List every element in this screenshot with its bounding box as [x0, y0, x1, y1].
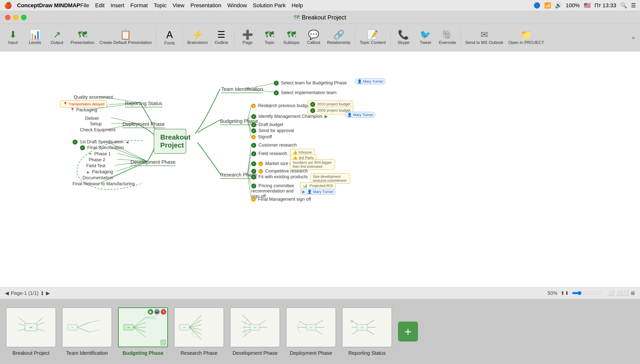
select-budgeting-node[interactable]: ✓ Select team for Budgeting Phase — [274, 80, 347, 86]
team-identification-node[interactable]: Team Identification — [221, 86, 263, 93]
person-icon-2: 👤 — [347, 112, 352, 117]
page-up-down[interactable]: ▲ ▼ — [41, 290, 44, 296]
final-mgmt-node[interactable]: ● Final Management sign off — [251, 197, 311, 202]
input-button[interactable]: ⬇ Input — [3, 26, 23, 49]
deliver-node[interactable]: Deliver — [85, 116, 99, 121]
locale-flag: 🇺🇸 — [584, 2, 590, 9]
menu-format[interactable]: Format — [130, 2, 148, 9]
thumb-development[interactable]: DP Development Phase — [230, 307, 280, 356]
zoom-up-down[interactable]: ⬆⬇ — [560, 290, 569, 296]
view-grid-icon[interactable]: ⊞ — [631, 290, 635, 296]
thumb-team-id[interactable]: TI Team Identification — [62, 307, 112, 356]
send-approval-node[interactable]: ✓ Send for approval — [251, 128, 294, 133]
mary-turner-callout-3[interactable]: ▶ 👤 Mary Turner — [300, 189, 335, 195]
menu-solution-park[interactable]: Solution Park — [253, 2, 286, 9]
page-nav[interactable]: ◀ Page-1 (1/1) ▲ ▼ ▶ — [5, 290, 50, 296]
levels-button[interactable]: 📊 Levels — [25, 26, 45, 49]
signoff-node[interactable]: ● Signoff — [251, 134, 272, 140]
packaging-node[interactable]: 📍 Packaging — [70, 107, 97, 112]
thumb-deployment[interactable]: DP Deployment Phase — [286, 307, 336, 356]
evernote-button[interactable]: 🐘 Evernote — [438, 26, 458, 49]
tweet-button[interactable]: 🐦 Tweet — [415, 26, 436, 49]
view-double-icon[interactable]: ⬜⬜ — [616, 290, 629, 296]
research-budgets-node[interactable]: ● Research previous budgets — [251, 103, 313, 108]
page-down-icon[interactable]: ▼ — [41, 293, 44, 296]
field-research-node[interactable]: ✓ Field research — [251, 151, 287, 156]
close-button[interactable] — [5, 15, 11, 20]
thumb-research[interactable]: RP Research Phase — [174, 307, 224, 356]
toolbar-expand[interactable]: » — [630, 32, 637, 43]
menu-file[interactable]: File — [80, 2, 89, 9]
final-release-node[interactable]: Final Release to Manufacturing — [73, 181, 135, 186]
competitive-node[interactable]: ✓ ● Competitive research — [251, 168, 308, 174]
phase1-node[interactable]: ⚑ Phase 1 — [89, 151, 111, 156]
nav-next-icon[interactable]: ▶ — [46, 290, 50, 296]
add-thumbnail-button[interactable]: + — [398, 322, 418, 342]
mindmap-canvas-area[interactable]: BreakoutProject Team Identification ✓ Se… — [0, 52, 640, 287]
final-spec-node[interactable]: ✓ Final Specification — [80, 145, 124, 150]
customer-research-node[interactable]: ✓ Customer research — [251, 142, 297, 148]
create-default-button[interactable]: 📋 Create Default Presentation — [98, 26, 153, 49]
open-project-button[interactable]: 📁 Open in PROJECT — [507, 26, 546, 49]
packaging2-node[interactable]: ▶ Packaging — [87, 169, 113, 174]
subtopic-button[interactable]: 🗺 Subtopic — [282, 26, 302, 49]
tweet-icon: 🐦 — [420, 30, 431, 39]
relationship-button[interactable]: 🔗 Relationship — [325, 26, 352, 49]
check-equipment-node[interactable]: Check Equipment — [80, 127, 115, 132]
zoom-slider[interactable] — [572, 291, 602, 295]
quality-node[interactable]: Quality assessment — [74, 94, 113, 100]
menu-insert[interactable]: Insert — [110, 2, 124, 9]
search-icon[interactable]: 🔍 — [620, 2, 627, 9]
mary-turner-callout-2[interactable]: 👤 Mary Turner — [345, 112, 375, 118]
menu-presentation[interactable]: Presentation — [190, 2, 222, 9]
maximize-button[interactable] — [21, 15, 27, 20]
transport-callout[interactable]: 📍 Transportation delayed — [60, 100, 107, 108]
menu-icon[interactable]: ☰ — [631, 2, 636, 9]
development-phase-node[interactable]: Development Phase — [130, 159, 175, 166]
apple-menu[interactable]: 🍎 — [4, 2, 12, 9]
menu-topic[interactable]: Topic — [154, 2, 166, 9]
final-spec-label: Final Specification — [87, 145, 124, 150]
team-id-label: Team Identification — [221, 86, 263, 92]
svg-text:BP: BP — [30, 326, 33, 328]
menu-window[interactable]: Window — [227, 2, 247, 9]
brainstorm-button[interactable]: ⚡ Brainstorm — [186, 26, 209, 49]
draft-budget-node[interactable]: ✓ Draft budget — [251, 122, 283, 127]
topic-content-button[interactable]: 📝 Topic Content — [358, 26, 387, 49]
spec-1-node[interactable]: ✓ 1st Draft Specification ◀ — [73, 139, 128, 144]
view-single-icon[interactable]: ⬜ — [608, 290, 614, 296]
numbers-callout[interactable]: Numbers are 30% bigger then first estima… — [290, 159, 335, 170]
mary-turner-callout-1[interactable]: 👤 Mary Turner — [355, 78, 385, 84]
thumb-play-btn[interactable]: ▶ — [148, 309, 153, 314]
menu-view[interactable]: View — [172, 2, 184, 9]
deployment-phase-node[interactable]: Deployment Phase — [122, 121, 165, 128]
fonts-button[interactable]: A Fonts — [159, 26, 179, 49]
mgmt-champion-node[interactable]: ✓ Identify Management Champion ▶ — [251, 114, 328, 119]
minimize-button[interactable] — [13, 15, 19, 20]
output-button[interactable]: ↗ Output — [47, 26, 67, 49]
page-button[interactable]: ➕ Page — [238, 26, 258, 49]
field-test-node[interactable]: Field Test — [86, 163, 106, 168]
documentation-node[interactable]: Documentation — [83, 175, 113, 180]
topic-button[interactable]: 🗺 Topic — [260, 26, 280, 49]
thumb-breakout[interactable]: BP Breakout Project — [6, 307, 56, 356]
fit-existing-node[interactable]: ✓ Fit with existing products — [251, 174, 308, 180]
setup-node[interactable]: Setup — [90, 121, 102, 126]
presentation-button[interactable]: 🗺 Presentation — [69, 26, 96, 49]
callout-button[interactable]: 💬 Callout — [304, 26, 323, 49]
reporting-status-node[interactable]: Reporting Status — [125, 100, 162, 107]
skype-button[interactable]: 📞 Skype — [393, 26, 413, 49]
thumb-camera-btn[interactable]: 📷 — [154, 309, 160, 314]
phase2-node[interactable]: Phase 2 — [89, 157, 105, 162]
select-impl-node[interactable]: ✓ Select implementation team — [274, 90, 336, 95]
thumb-reporting[interactable]: RS Reporting Status — [342, 307, 392, 356]
menu-help[interactable]: Help — [292, 2, 303, 9]
nav-prev-icon[interactable]: ◀ — [5, 290, 9, 296]
projected-roi-callout[interactable]: 📊 Projected ROI — [300, 182, 336, 189]
thumb-close-btn[interactable]: ✕ — [161, 309, 166, 314]
menu-edit[interactable]: Edit — [95, 2, 105, 9]
thumb-budgeting[interactable]: ▶ 📷 ✕ + BP Budgeting Phase — [118, 307, 168, 356]
outline-button[interactable]: ☰ Outline — [211, 26, 231, 49]
center-node[interactable]: BreakoutProject — [154, 129, 186, 154]
send-outlook-button[interactable]: ✉ Send to MS Outlook — [464, 26, 505, 49]
